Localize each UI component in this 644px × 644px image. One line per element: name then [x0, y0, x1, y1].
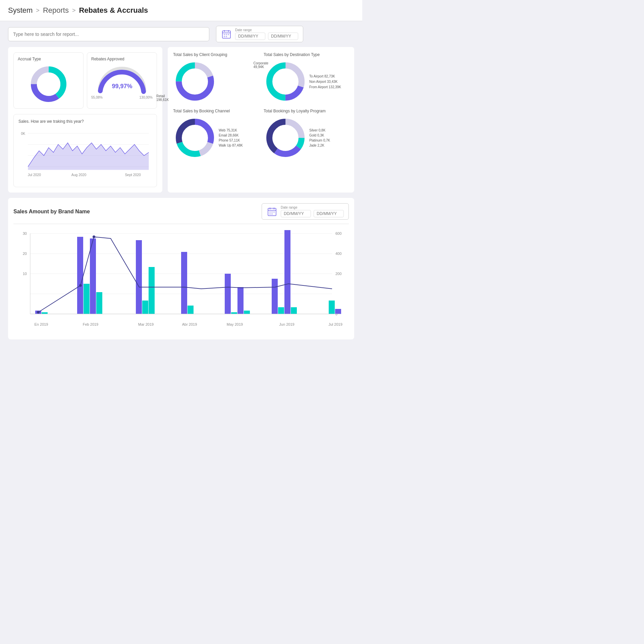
rebates-approved-card: Rebates Approved 99,97% 55,08% 130,00%	[87, 52, 157, 109]
svg-text:Jul 2019: Jul 2019	[328, 322, 342, 326]
calendar-icon	[221, 29, 232, 40]
line-dot-en	[37, 311, 40, 314]
bar-cyan-en	[42, 312, 48, 314]
bottom-chart-title: Sales Amount by Brand Name	[13, 209, 90, 215]
rebates-approved-title: Rebates Approved	[91, 57, 153, 61]
svg-rect-48	[273, 211, 275, 213]
gauge-max: 130,00%	[140, 96, 153, 99]
bar-cyan-may	[231, 312, 237, 314]
svg-text:30: 30	[23, 231, 27, 235]
svg-text:20: 20	[23, 252, 27, 256]
date-range-info-2: Date range	[281, 206, 344, 217]
svg-point-31	[273, 69, 298, 94]
accrual-type-donut	[18, 64, 79, 104]
accrual-type-title: Accrual Type	[18, 57, 79, 61]
bottom-date-to[interactable]	[314, 210, 344, 217]
bar-cyan-feb2	[96, 292, 102, 314]
separator	[13, 224, 349, 224]
client-grouping-donut	[173, 60, 217, 103]
bar-purple-abr	[181, 252, 187, 314]
line-dot-feb1	[79, 284, 82, 287]
svg-rect-6	[226, 36, 227, 37]
svg-rect-4	[228, 34, 229, 35]
web-label: Web 75,31K	[219, 128, 243, 132]
bar-cyan-mar	[142, 301, 148, 314]
area-chart-title: Sales. How are we traking this year?	[18, 119, 152, 124]
svg-rect-2	[224, 34, 225, 35]
gauge-min: 55,08%	[91, 96, 103, 99]
loyalty-program-title: Total Bookings by Loyalty Program	[264, 109, 349, 113]
gauge-value: 99,97%	[112, 83, 132, 90]
bottom-chart-svg: 30 20 10 600 400 200 0	[13, 227, 349, 334]
bottom-header: Sales Amount by Brand Name	[13, 203, 349, 220]
breadcrumb: System > Reports > Rebates & Accruals	[0, 0, 362, 21]
gold-label: Gold 0,3K	[309, 133, 330, 137]
booking-channel-donut	[173, 116, 217, 160]
svg-point-43	[273, 125, 298, 151]
left-panel: Accrual Type	[8, 47, 162, 193]
bar-purple-jun2	[284, 230, 290, 314]
date-from-input[interactable]	[235, 33, 265, 40]
svg-text:En 2019: En 2019	[35, 322, 48, 326]
date-range-info: Date range	[235, 28, 298, 40]
client-grouping-title: Total Sales by Client Grouping	[173, 52, 258, 57]
booking-channel-title: Total Sales by Booking Channel	[173, 109, 258, 113]
date-to-input[interactable]	[268, 33, 298, 40]
area-chart-svg: 0K Jul 2020 Aug 2020 Sept 2020	[18, 127, 152, 181]
bar-purple-feb1	[77, 237, 83, 314]
toolbar: Date range	[0, 21, 362, 47]
loyalty-program-donut	[264, 116, 307, 160]
breadcrumb-current: Rebates & Accruals	[79, 6, 148, 15]
bar-cyan-may3	[244, 311, 250, 314]
svg-rect-46	[269, 211, 271, 213]
bar-purple-jul	[335, 309, 341, 314]
destination-type-title: Total Sales by Destination Type	[264, 52, 349, 57]
search-input[interactable]	[8, 27, 209, 41]
non-airport-label: Non Airport 33,43K	[309, 80, 341, 84]
svg-text:Sept 2020: Sept 2020	[125, 173, 141, 177]
bottom-section: Sales Amount by Brand Name	[8, 198, 354, 339]
platinum-label: Platinum 0,7K	[309, 139, 330, 142]
walkup-label: Walk Up 87,48K	[219, 144, 243, 147]
svg-text:Feb 2019: Feb 2019	[83, 322, 98, 326]
area-chart-card: Sales. How are we traking this year? 0K …	[13, 114, 157, 187]
bar-cyan-jun2	[291, 307, 297, 314]
date-range-label: Date range	[235, 28, 298, 32]
bottom-date-from[interactable]	[281, 210, 311, 217]
svg-text:Mar 2019: Mar 2019	[138, 322, 154, 326]
svg-text:May 2019: May 2019	[227, 322, 243, 326]
bar-cyan-jul	[329, 301, 335, 314]
rebates-gauge: 99,97% 55,08% 130,00%	[91, 64, 153, 99]
date-range-widget-2: Date range	[262, 203, 349, 220]
small-charts-row: Accrual Type	[13, 52, 157, 109]
svg-text:Abr 2019: Abr 2019	[182, 322, 197, 326]
silver-label: Silver 0,8K	[309, 128, 330, 132]
bar-cyan-feb1	[84, 284, 90, 314]
date-range-widget-1: Date range	[216, 26, 303, 42]
bar-purple-may	[225, 274, 231, 314]
line-dot-feb2	[93, 235, 95, 238]
retail-label: Retail198,61K	[156, 94, 169, 102]
email-label: Email 28,66K	[219, 133, 243, 137]
accrual-type-card: Accrual Type	[13, 52, 84, 109]
from-airport-label: From Airport 132,39K	[309, 85, 341, 89]
breadcrumb-reports[interactable]: Reports	[43, 6, 69, 15]
svg-rect-50	[271, 213, 273, 215]
bar-cyan-mar2	[149, 267, 155, 314]
svg-text:200: 200	[335, 272, 341, 276]
destination-type-section: Total Sales by Destination Type To Airpo…	[264, 52, 349, 103]
loyalty-program-section: Total Bookings by Loyalty Program Silver…	[264, 109, 349, 160]
svg-text:10: 10	[23, 272, 27, 276]
main-content: Accrual Type	[0, 47, 362, 347]
right-panel: Total Sales by Client Grouping Corporate…	[168, 47, 354, 193]
client-grouping-section: Total Sales by Client Grouping Corporate…	[173, 52, 258, 103]
bar-cyan-abr	[187, 306, 194, 314]
svg-rect-5	[224, 36, 225, 37]
svg-text:400: 400	[335, 252, 341, 256]
breadcrumb-sep2: >	[72, 7, 76, 14]
right-panel-grid: Total Sales by Client Grouping Corporate…	[173, 52, 349, 160]
breadcrumb-system[interactable]: System	[8, 6, 33, 15]
svg-rect-49	[269, 213, 271, 215]
top-section: Accrual Type	[8, 47, 354, 193]
jade-label: Jade 2,2K	[309, 144, 330, 147]
